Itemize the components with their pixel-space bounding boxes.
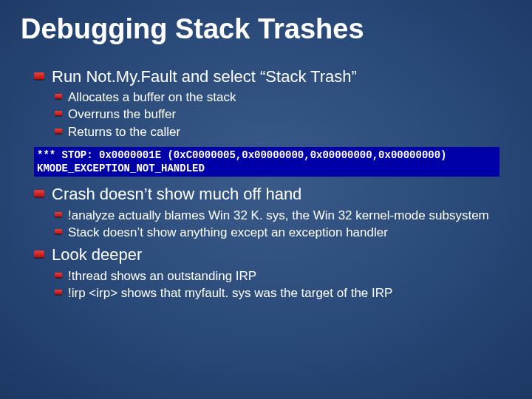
- stop-line-1: *** STOP: 0x0000001E (0xC0000005,0x00000…: [37, 149, 447, 161]
- bullet-level1: Look deeper: [34, 245, 511, 265]
- bullet-level2: !analyze actually blames Win 32 K. sys, …: [55, 208, 511, 223]
- slide-body: Run Not.My.Fault and select “Stack Trash…: [21, 66, 511, 301]
- bullet-level2: Overruns the buffer: [55, 106, 511, 122]
- bullet-level2: !thread shows an outstanding IRP: [55, 268, 511, 284]
- bullet-level2: Allocates a buffer on the stack: [55, 89, 511, 105]
- slide: Debugging Stack Trashes Run Not.My.Fault…: [0, 0, 532, 399]
- bullet-level2: Returns to the caller: [55, 124, 511, 140]
- stop-error-box: *** STOP: 0x0000001E (0xC0000005,0x00000…: [34, 147, 499, 177]
- stop-line-2: KMODE_EXCEPTION_NOT_HANDLED: [37, 163, 205, 174]
- bullet-level2: Stack doesn’t show anything except an ex…: [55, 225, 511, 240]
- bullet-level1: Run Not.My.Fault and select “Stack Trash…: [34, 66, 511, 87]
- slide-title: Debugging Stack Trashes: [21, 13, 511, 46]
- bullet-level2: !irp <irp> shows that myfault. sys was t…: [55, 285, 511, 301]
- bullet-level1: Crash doesn’t show much off hand: [34, 184, 511, 205]
